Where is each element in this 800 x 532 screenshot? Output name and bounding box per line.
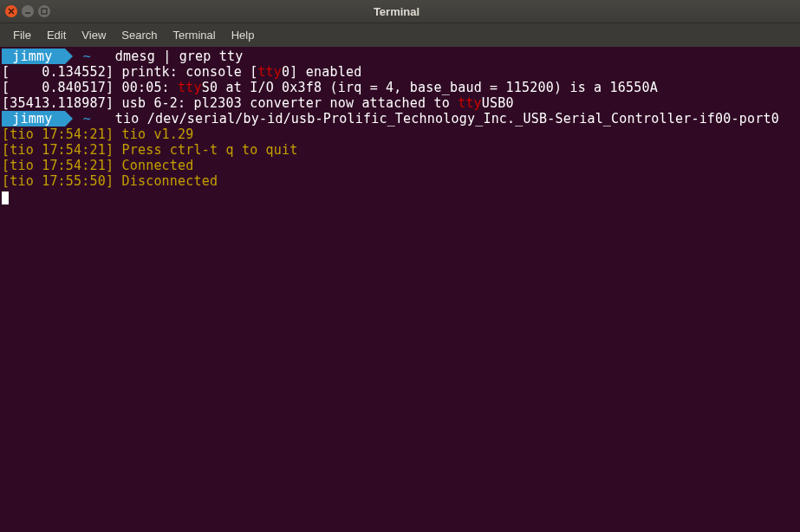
output-segment: [tio 17:55:50] Disconnected — [2, 173, 218, 189]
prompt-user: jimmy — [2, 111, 65, 127]
output-line: [tio 17:54:21] tio v1.29 — [2, 127, 798, 142]
prompt-path: ~ — [75, 111, 100, 127]
menu-help[interactable]: Help — [225, 25, 261, 45]
output-segment: [ 0.840517] 00:05: — [2, 80, 178, 95]
output-segment: [tio 17:54:21] tio v1.29 — [2, 127, 194, 142]
minimize-icon — [24, 8, 31, 15]
output-line: [35413.118987] usb 6-2: pl2303 converter… — [2, 95, 798, 111]
output-segment: USB0 — [482, 95, 514, 111]
prompt-symbol — [99, 49, 114, 64]
menubar: File Edit View Search Terminal Help — [0, 23, 800, 47]
output-line: [tio 17:54:21] Press ctrl-t q to quit — [2, 142, 798, 158]
close-icon — [8, 8, 15, 15]
output-segment: tty — [257, 64, 282, 80]
titlebar: Terminal — [0, 0, 800, 23]
prompt-line: jimmy ~ tio /dev/serial/by-id/usb-Prolif… — [2, 111, 798, 127]
output-segment: [ 0.134552] printk: console [ — [2, 64, 257, 80]
output-line: [tio 17:54:21] Connected — [2, 158, 798, 173]
prompt-symbol — [99, 111, 114, 127]
output-segment: [35413.118987] usb 6-2: pl2303 converter… — [2, 95, 458, 111]
maximize-button[interactable] — [38, 5, 50, 17]
output-segment: tty — [458, 95, 482, 111]
menu-edit[interactable]: Edit — [41, 25, 72, 45]
window-controls — [5, 5, 50, 17]
output-line: [tio 17:55:50] Disconnected — [2, 173, 798, 189]
prompt-path: ~ — [75, 49, 100, 64]
svg-rect-0 — [42, 9, 47, 14]
terminal-body[interactable]: jimmy ~ dmesg | grep tty[ 0.134552] prin… — [0, 47, 800, 206]
command-text: tio /dev/serial/by-id/usb-Prolific_Techn… — [115, 111, 779, 127]
output-segment: 0] enabled — [282, 64, 361, 80]
cursor — [2, 191, 9, 204]
output-segment: [tio 17:54:21] Press ctrl-t q to quit — [2, 142, 298, 158]
command-text: dmesg | grep tty — [115, 49, 244, 64]
menu-file[interactable]: File — [7, 25, 37, 45]
output-line: [ 0.840517] 00:05: ttyS0 at I/O 0x3f8 (i… — [2, 80, 798, 95]
prompt-line: jimmy ~ dmesg | grep tty — [2, 49, 798, 64]
close-button[interactable] — [5, 5, 17, 17]
menu-search[interactable]: Search — [115, 25, 163, 45]
menu-view[interactable]: View — [75, 25, 112, 45]
minimize-button[interactable] — [22, 5, 34, 17]
menu-terminal[interactable]: Terminal — [167, 25, 222, 45]
prompt-user: jimmy — [2, 49, 65, 64]
window-title: Terminal — [50, 5, 743, 18]
output-segment: S0 at I/O 0x3f8 (irq = 4, base_baud = 11… — [202, 80, 658, 95]
output-line: [ 0.134552] printk: console [tty0] enabl… — [2, 64, 798, 80]
cursor-line — [2, 189, 798, 204]
maximize-icon — [41, 8, 48, 15]
output-segment: tty — [178, 80, 202, 95]
output-segment: [tio 17:54:21] Connected — [2, 158, 194, 173]
